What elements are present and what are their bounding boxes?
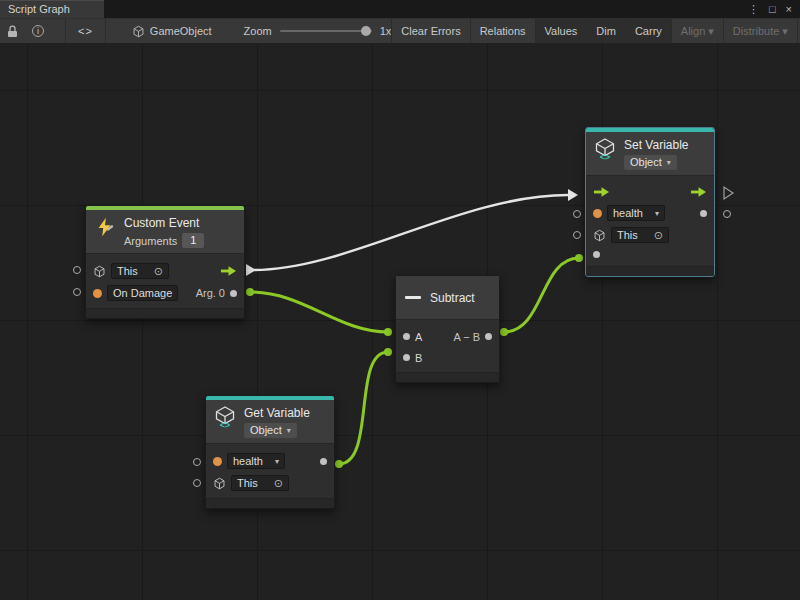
carry-toggle[interactable]: Carry (625, 19, 671, 43)
arg0-output-label: Arg. 0 (196, 287, 225, 299)
variable-scope-dropdown[interactable]: Object ▾ (244, 423, 297, 438)
zoom-label: Zoom (244, 25, 272, 37)
event-name-field[interactable]: On Damage (107, 285, 178, 301)
wire-getvariable-subtractB[interactable] (339, 352, 388, 464)
value-port-dot[interactable] (384, 328, 392, 336)
svg-text:<>: <> (220, 420, 231, 429)
node-title: Get Variable (244, 405, 310, 420)
input-port-setvariable-name[interactable] (573, 210, 581, 218)
node-get-variable[interactable]: <> Get Variable Object ▾ health ▾ (205, 395, 335, 509)
subtract-icon (405, 296, 421, 299)
gameobject-context[interactable]: GameObject (132, 25, 212, 38)
zoom-value: 1x (380, 25, 392, 37)
flow-out-port-setvariable[interactable] (724, 187, 733, 199)
this-object-field[interactable]: This ⊙ (231, 475, 289, 491)
variable-name-dropdown[interactable]: health ▾ (227, 453, 285, 469)
distribute-dropdown[interactable]: Distribute ▾ (723, 19, 797, 43)
this-value: This (617, 229, 638, 241)
relations-button[interactable]: Relations (470, 19, 535, 43)
value-port-dot[interactable] (335, 460, 343, 468)
value-port-dot[interactable] (500, 328, 508, 336)
input-port-getvariable-this[interactable] (193, 479, 201, 487)
clear-errors-button[interactable]: Clear Errors (391, 19, 469, 43)
node-title: Subtract (430, 290, 475, 305)
chevron-down-icon: ▾ (655, 209, 659, 218)
value-port-dot[interactable] (575, 254, 583, 262)
node-footer (86, 308, 244, 318)
graph-canvas[interactable]: Custom Event Arguments 1 This ⊙ (0, 44, 800, 600)
input-a-dot[interactable] (403, 333, 410, 340)
variable-name-dropdown[interactable]: health ▾ (607, 205, 665, 221)
node-footer (586, 266, 714, 276)
string-port-dot[interactable] (213, 457, 222, 466)
flow-in-port-setvariable[interactable] (568, 189, 578, 201)
value-input-dot[interactable] (593, 251, 600, 258)
variable-name-value: health (613, 207, 643, 219)
variable-scope-dropdown[interactable]: Object ▾ (624, 155, 677, 170)
window-maximize-icon[interactable]: □ (769, 3, 776, 15)
graph-toolbar: i <> GameObject Zoom 1x Clear Errors Rel… (0, 18, 800, 44)
input-port-customevent-this[interactable] (73, 266, 81, 274)
object-picker-icon[interactable]: ⊙ (654, 229, 663, 242)
this-object-field[interactable]: This ⊙ (611, 227, 669, 243)
values-toggle[interactable]: Values (535, 19, 587, 43)
dim-toggle[interactable]: Dim (586, 19, 625, 43)
toolbar-buttons: Clear Errors Relations Values Dim Carry … (391, 19, 800, 43)
node-set-variable[interactable]: <> Set Variable Object ▾ (585, 127, 715, 277)
wire-flow-customevent-setvariable[interactable] (254, 195, 568, 270)
input-b-dot[interactable] (403, 354, 410, 361)
flow-out-arrow-icon (690, 186, 707, 198)
node-subtract[interactable]: Subtract A A − B B (395, 275, 500, 383)
node-title: Set Variable (624, 137, 688, 152)
zoom-slider[interactable] (280, 30, 372, 32)
value-port-dot[interactable] (384, 348, 392, 356)
input-port-getvariable-name[interactable] (193, 458, 201, 466)
this-value: This (237, 477, 258, 489)
chevron-down-icon: ▾ (287, 423, 291, 438)
variable-icon: <> (213, 405, 237, 429)
wire-arg0-subtractA[interactable] (250, 292, 388, 332)
wire-subtract-setvariable[interactable] (504, 258, 579, 332)
custom-event-icon (93, 215, 117, 239)
scope-value: Object (630, 155, 662, 170)
gameobject-cube-icon (93, 265, 106, 278)
variable-icon: <> (593, 137, 617, 161)
zoom-slider-handle[interactable] (361, 26, 371, 36)
tab-script-graph[interactable]: Script Graph (0, 0, 104, 18)
info-icon[interactable]: i (25, 19, 51, 43)
value-output-dot[interactable] (320, 458, 327, 465)
svg-text:<>: <> (600, 152, 611, 161)
input-a-label: A (415, 331, 422, 343)
node-custom-event[interactable]: Custom Event Arguments 1 This ⊙ (85, 205, 245, 319)
lock-icon-svg (7, 25, 18, 38)
string-port-dot[interactable] (593, 209, 602, 218)
gameobject-cube-icon (593, 229, 606, 242)
arguments-count-field[interactable]: 1 (182, 233, 204, 248)
value-output-dot[interactable] (700, 210, 707, 217)
object-picker-icon[interactable]: ⊙ (154, 265, 163, 278)
variable-name-value: health (233, 455, 263, 467)
input-port-customevent-name[interactable] (73, 288, 81, 296)
this-value: This (117, 265, 138, 277)
align-dropdown[interactable]: Align ▾ (671, 19, 723, 43)
window-menu-icon[interactable]: ⋮ (748, 3, 759, 16)
scope-value: Object (250, 423, 282, 438)
object-picker-icon[interactable]: ⊙ (274, 477, 283, 490)
arguments-label: Arguments (124, 235, 177, 247)
string-port-dot[interactable] (93, 289, 102, 298)
gameobject-cube-icon (132, 25, 145, 38)
input-port-setvariable-this[interactable] (573, 231, 581, 239)
chevron-down-icon: ▾ (275, 457, 279, 466)
code-view-button[interactable]: <> (65, 19, 106, 43)
this-object-field[interactable]: This ⊙ (111, 263, 169, 279)
window-close-icon[interactable]: × (786, 3, 792, 15)
output-port-setvariable-value[interactable] (723, 210, 731, 218)
event-name-value: On Damage (113, 287, 172, 299)
output-dot[interactable] (485, 333, 492, 340)
flow-out-port-customevent[interactable] (246, 264, 256, 276)
node-footer (396, 372, 499, 382)
arg0-output-dot[interactable] (230, 290, 237, 297)
lock-icon[interactable] (0, 19, 25, 43)
value-port-dot[interactable] (246, 288, 254, 296)
input-b-label: B (415, 352, 422, 364)
